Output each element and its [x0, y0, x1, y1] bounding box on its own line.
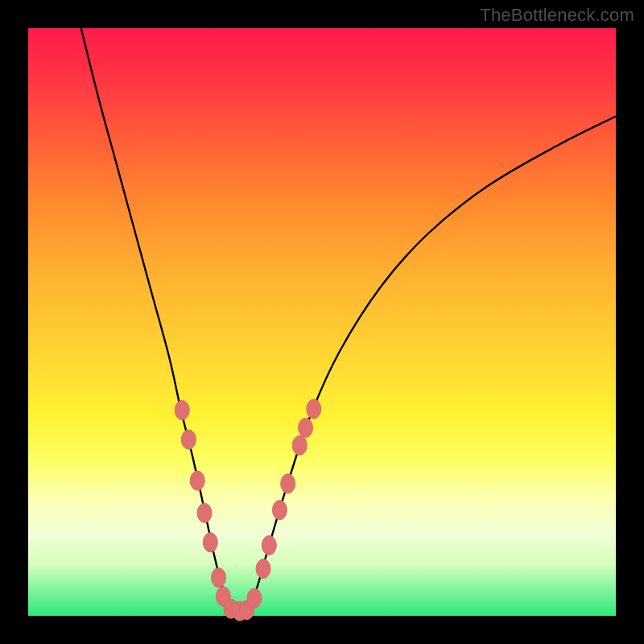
marker-dot	[203, 533, 217, 552]
marker-dot	[292, 436, 307, 455]
chart-svg	[28, 28, 616, 616]
curve-right-branch	[249, 117, 616, 610]
marker-dot	[272, 501, 287, 520]
marker-dot	[307, 399, 321, 419]
curve-markers	[175, 399, 321, 621]
marker-dot	[299, 418, 313, 437]
marker-dot	[175, 401, 189, 420]
marker-dot	[247, 588, 262, 608]
watermark-text: TheBottleneck.com	[480, 5, 634, 26]
marker-dot	[212, 568, 226, 588]
curve-left-branch	[81, 28, 231, 610]
marker-dot	[262, 535, 276, 555]
marker-dot	[281, 474, 295, 493]
marker-dot	[197, 503, 212, 522]
marker-dot	[181, 430, 196, 449]
marker-dot	[256, 559, 270, 579]
marker-dot	[190, 471, 204, 490]
chart-plot-area	[28, 28, 616, 616]
chart-frame: TheBottleneck.com	[0, 0, 644, 644]
